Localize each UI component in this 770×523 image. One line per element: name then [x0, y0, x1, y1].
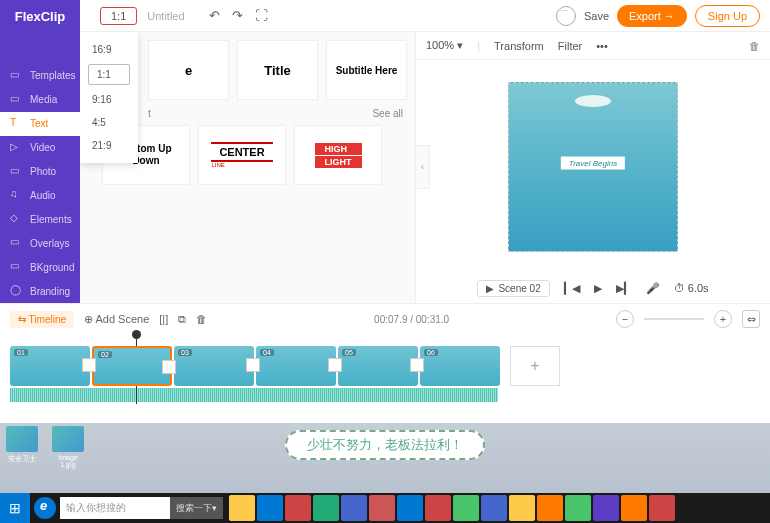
transform-button[interactable]: Transform	[494, 40, 544, 52]
taskbar-app[interactable]	[453, 495, 479, 521]
desktop-icon-label: Image 1.jpg	[58, 454, 77, 468]
sidebar-item-media[interactable]: ▭Media	[0, 88, 80, 112]
play-scene-button[interactable]: ▶Scene 02	[477, 280, 549, 297]
clip-01[interactable]: 01⋈	[10, 346, 90, 386]
delete-clip-icon[interactable]: 🗑	[196, 313, 207, 325]
audio-icon: ♫	[10, 188, 24, 202]
taskbar-app[interactable]	[313, 495, 339, 521]
taskbar-search-input[interactable]: 输入你想搜的	[60, 497, 170, 519]
topbar: 1:1 Untitled ↶ ↷ ⛶ Save Export → Sign Up	[0, 0, 770, 32]
transition-icon[interactable]: ⋈	[410, 358, 424, 372]
clip-02[interactable]: 02⋈	[92, 346, 172, 386]
fit-icon[interactable]: ⇔	[742, 310, 760, 328]
sidebar-item-templates[interactable]: ▭Templates	[0, 64, 80, 88]
delete-icon[interactable]: 🗑	[749, 40, 760, 52]
desktop-icon-image[interactable]: Image 1.jpg	[50, 426, 86, 468]
mic-icon[interactable]: 🎤	[646, 282, 660, 295]
taskbar-app[interactable]	[565, 495, 591, 521]
collapse-panel-button[interactable]: ‹	[416, 145, 430, 189]
sidebar-item-overlays[interactable]: ▭Overlays	[0, 231, 80, 255]
copy-icon[interactable]: ⧉	[178, 313, 186, 326]
ratio-option-11[interactable]: 1:1	[88, 64, 130, 85]
timeline-time: 00:07.9 / 00:31.0	[374, 314, 449, 325]
taskbar-app[interactable]	[593, 495, 619, 521]
sidebar-item-audio[interactable]: ♫Audio	[0, 184, 80, 208]
signup-button[interactable]: Sign Up	[695, 5, 760, 27]
taskbar: ⊞ 输入你想搜的 搜索一下 ▾	[0, 493, 770, 523]
redo-icon[interactable]: ↷	[232, 8, 243, 23]
taskbar-app[interactable]	[285, 495, 311, 521]
taskbar-app[interactable]	[509, 495, 535, 521]
sidebar-label: BKground	[30, 262, 74, 273]
play-icon[interactable]: ▶	[594, 282, 602, 295]
clip-03[interactable]: 03⋈	[174, 346, 254, 386]
canvas[interactable]: Travel Begins	[508, 82, 678, 252]
sidebar-item-bkground[interactable]: ▭BKground	[0, 255, 80, 279]
zoom-out-icon[interactable]: −	[616, 310, 634, 328]
ratio-option-45[interactable]: 4:5	[80, 111, 138, 134]
ratio-option-169[interactable]: 16:9	[80, 38, 138, 61]
canvas-text-overlay[interactable]: Travel Begins	[561, 157, 625, 170]
taskbar-app[interactable]	[257, 495, 283, 521]
taskbar-app[interactable]	[229, 495, 255, 521]
prev-icon[interactable]: ▎◀	[564, 282, 580, 295]
see-all-link[interactable]: See all	[372, 108, 403, 119]
taskbar-app[interactable]	[481, 495, 507, 521]
transition-icon[interactable]: ⋈	[82, 358, 96, 372]
clip-05[interactable]: 05⋈	[338, 346, 418, 386]
sidebar-item-text[interactable]: TText	[0, 112, 80, 136]
chat-icon[interactable]	[556, 6, 576, 26]
aspect-ratio-button[interactable]: 1:1	[100, 7, 137, 25]
scene-label: Scene 02	[498, 283, 540, 294]
transition-icon[interactable]: ⋈	[162, 360, 176, 374]
ratio-option-916[interactable]: 9:16	[80, 88, 138, 111]
zoom-select[interactable]: 100% ▾	[426, 39, 463, 52]
clip-number: 03	[178, 349, 192, 356]
save-button[interactable]: Save	[584, 10, 609, 22]
preset-label: Title	[264, 63, 291, 78]
clip-04[interactable]: 04⋈	[256, 346, 336, 386]
media-icon: ▭	[10, 93, 24, 107]
fullscreen-icon[interactable]: ⛶	[255, 8, 268, 23]
desktop-icon-security[interactable]: 安全卫士	[4, 426, 40, 468]
ratio-option-219[interactable]: 21:9	[80, 134, 138, 157]
zoom-in-icon[interactable]: +	[714, 310, 732, 328]
sidebar-item-elements[interactable]: ◇Elements	[0, 207, 80, 231]
split-icon[interactable]: [|]	[159, 313, 168, 325]
text-preset-subtitle[interactable]: Subtitle Here	[326, 40, 407, 100]
taskbar-app[interactable]	[621, 495, 647, 521]
app-logo: FlexClip	[0, 0, 80, 32]
text-preset-headline[interactable]: e	[148, 40, 229, 100]
clip-06[interactable]: 06	[420, 346, 500, 386]
taskbar-app[interactable]	[397, 495, 423, 521]
text-preset-title[interactable]: Title	[237, 40, 318, 100]
more-icon[interactable]: •••	[596, 40, 608, 52]
start-button[interactable]: ⊞	[0, 493, 30, 523]
zoom-slider[interactable]	[644, 318, 704, 320]
taskbar-app[interactable]	[425, 495, 451, 521]
sidebar-item-video[interactable]: ▷Video	[0, 136, 80, 160]
sidebar-item-photo[interactable]: ▭Photo	[0, 160, 80, 184]
timeline: ⇆ Timeline ⊕ Add Scene [|] ⧉ 🗑 00:07.9 /…	[0, 303, 770, 423]
filter-button[interactable]: Filter	[558, 40, 582, 52]
undo-icon[interactable]: ↶	[209, 8, 220, 23]
next-icon[interactable]: ▶▎	[616, 282, 632, 295]
audio-track[interactable]	[10, 388, 498, 402]
sidebar-item-branding[interactable]: ◯Branding	[0, 279, 80, 303]
project-title[interactable]: Untitled	[147, 10, 184, 22]
text-preset-center[interactable]: CENTERLINE	[198, 125, 286, 185]
timeline-tab[interactable]: ⇆ Timeline	[10, 311, 74, 328]
taskbar-search-button[interactable]: 搜索一下 ▾	[170, 497, 223, 519]
preset-label: HIGHLIGHT	[315, 142, 362, 169]
export-button[interactable]: Export →	[617, 5, 687, 27]
text-preset-highlight[interactable]: HIGHLIGHT	[294, 125, 382, 185]
transition-icon[interactable]: ⋈	[246, 358, 260, 372]
transition-icon[interactable]: ⋈	[328, 358, 342, 372]
taskbar-app[interactable]	[369, 495, 395, 521]
taskbar-app[interactable]	[537, 495, 563, 521]
add-scene-button[interactable]: ⊕ Add Scene	[84, 313, 149, 326]
taskbar-app[interactable]	[341, 495, 367, 521]
ie-icon[interactable]	[34, 497, 56, 519]
add-clip-button[interactable]: +	[510, 346, 560, 386]
taskbar-app[interactable]	[649, 495, 675, 521]
